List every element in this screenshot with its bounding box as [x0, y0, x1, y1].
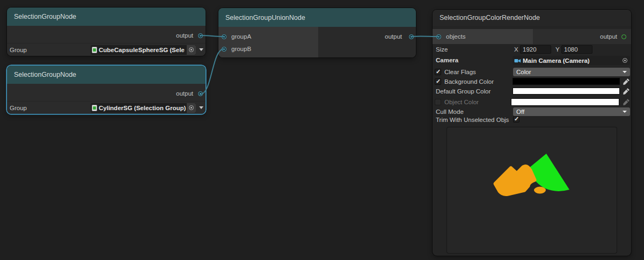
size-row: Size X 1920 Y 1080 [433, 45, 631, 54]
clear-flags-value: Color [516, 69, 531, 75]
group-dropdown-caret-icon[interactable] [199, 106, 203, 109]
input-port-groupB-label: groupB [231, 46, 251, 53]
chevron-down-icon [623, 71, 627, 73]
camera-object-value: Main Camera (Camera) [523, 57, 623, 64]
default-group-color-row: Default Group Color [433, 86, 631, 96]
object-picker-icon [189, 47, 194, 52]
size-x-label: X [514, 46, 518, 53]
preview-green-shape [528, 154, 569, 191]
background-color-swatch[interactable] [513, 78, 620, 85]
group-dropdown-caret-icon[interactable] [199, 48, 203, 51]
render-preview-panel [447, 127, 617, 253]
group-field-row: Group CylinderSG (Selection Group) [7, 101, 206, 114]
clear-flags-row: Clear Flags Color [433, 67, 631, 77]
group-object-field[interactable]: CylinderSG (Selection Group) [91, 103, 196, 113]
node-title: SelectionGroupNode [14, 71, 76, 78]
node-body [218, 27, 416, 57]
eyedropper-icon [623, 98, 630, 106]
camera-label: Camera [436, 57, 458, 63]
output-port[interactable] [198, 91, 203, 96]
group-label: Group [10, 105, 27, 111]
node-title: SelectionGroupNode [14, 13, 76, 20]
node-title-bar[interactable]: SelectionGroupNode [7, 66, 206, 84]
background-color-row: Background Color [433, 77, 631, 86]
clear-flags-dropdown[interactable]: Color [513, 68, 630, 76]
size-label: Size [436, 46, 448, 53]
group-object-value: CylinderSG (Selection Group) [97, 105, 187, 111]
group-label: Group [10, 47, 27, 53]
input-port-groupA-label: groupA [231, 33, 251, 40]
size-x-input[interactable]: 1920 [520, 45, 551, 54]
render-preview-image [447, 127, 617, 253]
object-color-checkbox[interactable] [435, 99, 441, 105]
eyedropper-icon[interactable] [623, 78, 630, 85]
trim-checkbox[interactable] [513, 116, 519, 122]
object-picker-icon [189, 105, 194, 110]
node-title-bar[interactable]: SelectionGroupNode [7, 8, 206, 26]
output-port-label: output [176, 90, 193, 97]
node-title-bar[interactable]: SelectionGroupUnionNode [218, 8, 416, 27]
input-port-objects-label: objects [446, 33, 465, 40]
output-port-label: output [176, 32, 193, 39]
object-picker-button[interactable] [187, 45, 196, 55]
camera-icon [514, 58, 521, 63]
default-group-color-label: Default Group Color [436, 88, 491, 95]
clear-flags-checkbox[interactable] [435, 69, 441, 75]
size-y-input[interactable]: 1080 [561, 45, 592, 54]
input-ports-panel [218, 27, 318, 57]
size-y-label: Y [555, 46, 560, 53]
group-field-row: Group CubeCapsuleSphereSG (Sele [7, 43, 206, 56]
node-title: SelectionGroupUnionNode [225, 14, 305, 21]
node-selection-group-color-render[interactable]: SelectionGroupColorRenderNode objects ou… [433, 10, 631, 256]
preview-orange-ellipse [534, 187, 546, 194]
trim-label: Trim With Unselected Objs [436, 117, 509, 123]
selection-group-asset-icon [92, 105, 97, 111]
object-picker-icon[interactable] [623, 58, 627, 63]
camera-row: Camera Main Camera (Camera) [433, 55, 631, 65]
group-object-field[interactable]: CubeCapsuleSphereSG (Sele [91, 45, 196, 55]
object-color-row: Object Color [433, 97, 631, 107]
clear-flags-label: Clear Flags [444, 69, 476, 75]
output-port[interactable] [621, 34, 626, 39]
default-group-color-swatch[interactable] [513, 88, 620, 95]
eyedropper-icon[interactable] [623, 88, 630, 95]
object-color-swatch [511, 98, 619, 106]
object-color-label: Object Color [444, 99, 479, 105]
graph-canvas[interactable]: SelectionGroupNode output Group CubeCaps… [0, 0, 644, 260]
background-color-label: Background Color [444, 78, 494, 85]
trim-row: Trim With Unselected Objs [433, 115, 631, 125]
node-selection-group-2[interactable]: SelectionGroupNode output Group Cylinder… [7, 66, 206, 114]
object-picker-button[interactable] [187, 103, 196, 113]
node-selection-group-union[interactable]: SelectionGroupUnionNode groupA groupB ou… [218, 8, 416, 57]
selection-group-asset-icon [92, 47, 97, 53]
output-port-label: output [600, 33, 617, 40]
node-title: SelectionGroupColorRenderNode [440, 14, 540, 21]
node-title-bar[interactable]: SelectionGroupColorRenderNode [433, 10, 631, 26]
cull-mode-value: Off [516, 109, 524, 115]
node-selection-group-1[interactable]: SelectionGroupNode output Group CubeCaps… [7, 8, 206, 56]
camera-object-field[interactable]: Main Camera (Camera) [513, 56, 630, 65]
background-color-checkbox[interactable] [435, 78, 441, 85]
group-object-value: CubeCapsuleSphereSG (Sele [97, 47, 187, 53]
preview-orange-shape [495, 167, 535, 194]
output-port-label: output [385, 33, 402, 40]
chevron-down-icon [623, 111, 627, 113]
cull-mode-label: Cull Mode [436, 109, 464, 115]
edge-union-output-to-objects[interactable] [411, 36, 438, 37]
